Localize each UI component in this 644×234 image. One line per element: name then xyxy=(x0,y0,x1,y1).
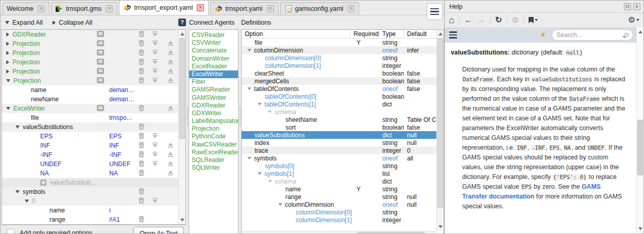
option-row-index[interactable]: indexstringnull xyxy=(242,139,436,147)
option-row-columndimension-1[interactable]: columnDimension[1]integer xyxy=(242,62,436,69)
option-row-symbols-1[interactable]: symbols[1]list xyxy=(242,170,436,177)
move-down-icon[interactable] xyxy=(152,151,158,158)
theme-sun-icon[interactable]: ☀ xyxy=(540,30,547,40)
column-header-required[interactable]: Required xyxy=(350,30,379,38)
collapse-arrow-icon[interactable] xyxy=(25,200,29,203)
scroll-down-icon[interactable] xyxy=(437,223,444,230)
config-value[interactable]: EPS xyxy=(109,133,135,140)
config-value[interactable]: deman… xyxy=(109,86,135,94)
tab-close-icon[interactable]: × xyxy=(347,5,354,12)
move-up-icon[interactable] xyxy=(167,170,174,177)
delete-trash-icon[interactable] xyxy=(139,68,144,76)
move-down-icon[interactable] xyxy=(152,77,158,84)
expand-arrow-icon[interactable] xyxy=(6,60,9,64)
scrollbar-thumb[interactable] xyxy=(637,120,643,175)
option-row-columndimension[interactable]: columnDimensiononeofnull xyxy=(242,201,436,208)
move-up-icon[interactable] xyxy=(167,160,174,168)
close-panel-icon[interactable]: ✕ xyxy=(633,3,640,10)
column-header-default[interactable]: Default xyxy=(404,30,436,38)
stop-icon[interactable]: ⊘ xyxy=(512,16,518,24)
move-up-icon[interactable] xyxy=(167,40,174,47)
agent-item-rawexcelreader[interactable]: RawExcelReader xyxy=(189,149,238,156)
agent-item-excelreader[interactable]: ExcelReader xyxy=(189,63,238,70)
agent-item-excelwriter[interactable]: ExcelWriter xyxy=(189,70,238,78)
option-name[interactable]: columnDimension[0] xyxy=(265,55,321,62)
agent-item-pythoncode[interactable]: PythonCode xyxy=(189,133,238,140)
option-row-schema[interactable]: schemadict xyxy=(242,177,436,185)
tab-close-icon[interactable]: × xyxy=(197,4,204,11)
option-row-range[interactable]: rangestringnull xyxy=(242,193,436,201)
delete-trash-icon[interactable] xyxy=(139,59,144,66)
gear-icon[interactable]: ⚙ xyxy=(628,16,635,24)
scroll-up-icon[interactable] xyxy=(637,28,643,35)
config-value[interactable]: UNDEF xyxy=(109,160,135,168)
collapse-arrow-icon[interactable] xyxy=(247,87,251,90)
move-up-icon[interactable] xyxy=(167,68,174,75)
bookmark-menu[interactable] xyxy=(529,17,538,24)
config-value[interactable]: INF xyxy=(109,142,135,149)
option-row-valuesubstitutions[interactable]: valueSubstitutionsdictnull xyxy=(242,131,436,139)
help-question-icon[interactable]: ? xyxy=(178,19,186,26)
tab-gamsconfig-yaml[interactable]: gamsconfig.yaml× xyxy=(280,2,360,15)
open-as-text-button[interactable]: Open As Text xyxy=(133,227,184,234)
agent-item-domainwriter[interactable]: DomainWriter xyxy=(189,55,238,63)
delete-trash-icon[interactable] xyxy=(139,216,144,224)
option-row-file[interactable]: fileYstring xyxy=(242,39,436,46)
expand-all-button[interactable]: Expand All xyxy=(5,15,43,29)
required-options-checkbox[interactable] xyxy=(7,229,15,234)
collapse-arrow-icon[interactable] xyxy=(247,49,251,51)
option-row-sheetname[interactable]: sheetNamestringTable Of C xyxy=(242,116,436,123)
collapse-arrow-icon[interactable] xyxy=(15,125,20,129)
delete-trash-icon[interactable] xyxy=(139,188,144,196)
collapse-arrow-icon[interactable] xyxy=(268,180,272,183)
delete-trash-icon[interactable] xyxy=(139,197,144,205)
delete-trash-icon[interactable] xyxy=(139,160,144,168)
tab-list-menu-button[interactable] xyxy=(427,3,443,20)
option-row-sort[interactable]: sortbooleanfalse xyxy=(242,123,436,131)
option-row-tableofcontents[interactable]: tableOfContentsoneoffalse xyxy=(242,85,436,93)
move-down-icon[interactable] xyxy=(152,68,158,75)
delete-trash-icon[interactable] xyxy=(139,142,144,150)
help-settings-menu[interactable]: ⚙ xyxy=(628,16,639,24)
delete-trash-icon[interactable] xyxy=(139,77,144,85)
collapse-arrow-icon[interactable] xyxy=(6,107,10,110)
help-search-input[interactable] xyxy=(556,31,621,39)
agent-item-labelmanipulator[interactable]: LabelManipulator xyxy=(189,117,238,125)
delete-trash-icon[interactable] xyxy=(139,133,144,140)
move-down-icon[interactable] xyxy=(152,133,158,140)
option-name[interactable]: columnDimension[0] xyxy=(296,209,352,216)
collapse-arrow-icon[interactable] xyxy=(15,190,20,193)
form-edit-icon[interactable] xyxy=(97,68,104,76)
connect-agents-section[interactable]: ? Connect Agents xyxy=(178,15,234,29)
option-name[interactable]: tableOfContents[1] xyxy=(264,101,316,108)
option-row-columndimension[interactable]: columnDimensiononeofinfer xyxy=(242,46,436,54)
move-down-icon[interactable] xyxy=(152,59,158,66)
move-down-icon[interactable] xyxy=(152,40,158,47)
home-icon[interactable]: ⌂ xyxy=(449,15,454,25)
form-edit-icon[interactable] xyxy=(97,40,104,48)
delete-trash-icon[interactable] xyxy=(139,170,144,177)
option-row-schema[interactable]: schema xyxy=(242,108,436,116)
search-icon[interactable] xyxy=(624,33,629,37)
expand-arrow-icon[interactable] xyxy=(6,32,9,37)
agent-item-csvwriter[interactable]: CSVWriter xyxy=(189,39,238,47)
move-up-icon[interactable] xyxy=(167,77,174,84)
option-row-tableofcontents-0[interactable]: tableOfContents[0]boolean xyxy=(242,93,436,100)
expand-arrow-icon[interactable] xyxy=(6,42,9,46)
config-value[interactable]: i xyxy=(109,207,135,214)
collapse-arrow-icon[interactable] xyxy=(278,203,282,206)
form-edit-icon[interactable] xyxy=(97,77,104,85)
scrollbar-thumb[interactable] xyxy=(437,38,443,208)
delete-trash-icon[interactable] xyxy=(139,49,144,57)
scroll-down-icon[interactable] xyxy=(637,225,643,232)
help-scrollbar[interactable] xyxy=(636,27,643,233)
move-up-icon[interactable] xyxy=(167,49,174,57)
agent-item-gamsreader[interactable]: GAMSReader xyxy=(189,86,238,94)
option-name[interactable]: columnDimension[1] xyxy=(265,62,321,69)
collapse-arrow-icon[interactable] xyxy=(258,103,262,105)
option-row-columndimension-0[interactable]: columnDimension[0]string xyxy=(242,54,436,62)
move-down-icon[interactable] xyxy=(152,197,158,205)
move-up-icon[interactable] xyxy=(167,105,174,112)
scroll-down-icon[interactable] xyxy=(179,217,185,224)
delete-trash-icon[interactable] xyxy=(139,105,144,113)
